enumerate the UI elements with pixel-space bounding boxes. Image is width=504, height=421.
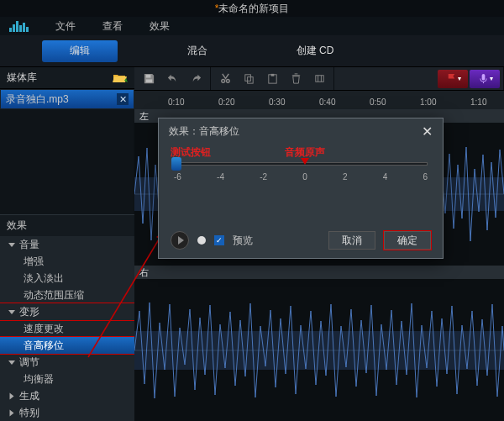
sidebar: 媒体库 录音独白.mp3 ✕ 效果 音量 增强 淡入淡出 动态范围压缩 变形 速…	[0, 67, 134, 421]
dialog-titlebar[interactable]: 效果：音高移位 ✕	[159, 118, 443, 144]
cancel-button[interactable]: 取消	[328, 231, 375, 250]
delete-button[interactable]	[285, 70, 307, 88]
svg-rect-11	[270, 74, 274, 76]
effect-cat-adjust[interactable]: 调节	[0, 354, 134, 371]
time-ruler[interactable]: 0:10 0:20 0:30 0:40 0:50 1:00 1:10	[134, 91, 504, 109]
tab-mix[interactable]: 混合	[160, 40, 235, 62]
media-item[interactable]: 录音独白.mp3 ✕	[1, 90, 134, 108]
record-button[interactable]: ▾	[470, 70, 500, 88]
preview-stop-button[interactable]	[197, 236, 206, 245]
project-title: *未命名的新项目	[215, 2, 290, 16]
redo-button[interactable]	[185, 70, 207, 88]
effect-item-speed[interactable]: 速度更改	[0, 320, 134, 337]
pitch-shift-dialog: 效果：音高移位 ✕ 测试按钮 音频原声 -6-4-20246 ✓ 预览 取消 确…	[158, 118, 444, 259]
effects-panel-title: 效果	[7, 218, 27, 233]
tab-cd[interactable]: 创建 CD	[277, 40, 353, 62]
ok-button[interactable]: 确定	[384, 231, 431, 250]
menubar: 文件 查看 效果	[0, 17, 504, 35]
effect-item-pitch[interactable]: 音高移位	[0, 337, 134, 354]
preview-label: 预览	[233, 234, 253, 248]
effects-tree: 音量 增强 淡入淡出 动态范围压缩 变形 速度更改 音高移位 调节 均衡器 生成…	[0, 236, 134, 421]
media-panel-title: 媒体库	[7, 71, 37, 85]
svg-rect-7	[145, 79, 152, 82]
cut-button[interactable]	[214, 70, 236, 88]
slider-ticks: -6-4-20246	[174, 172, 428, 182]
media-list-empty	[0, 109, 134, 214]
svg-rect-6	[145, 75, 150, 78]
close-icon[interactable]: ✕	[422, 124, 433, 139]
svg-rect-5	[26, 27, 29, 32]
marker-button[interactable]: ▾	[438, 70, 468, 88]
paste-button[interactable]	[261, 70, 283, 88]
slider-track[interactable]	[174, 162, 428, 166]
preview-play-button[interactable]	[171, 231, 189, 250]
media-panel-header: 媒体库	[0, 67, 134, 89]
effect-cat-generate[interactable]: 生成	[0, 387, 134, 404]
tab-edit[interactable]: 编辑	[42, 40, 118, 62]
menu-view[interactable]: 查看	[89, 19, 136, 34]
zero-marker-icon	[301, 158, 309, 165]
copy-button[interactable]	[238, 70, 260, 88]
svg-rect-3	[19, 25, 22, 32]
menu-file[interactable]: 文件	[42, 19, 89, 34]
svg-rect-0	[9, 28, 12, 32]
mode-tabs: 编辑 混合 创建 CD	[0, 35, 504, 67]
save-button[interactable]	[138, 70, 160, 88]
svg-rect-12	[315, 76, 323, 82]
effect-cat-special[interactable]: 特别	[0, 404, 134, 421]
channel-right-label: 右	[134, 266, 504, 279]
media-item-name: 录音独白.mp3	[6, 92, 69, 107]
effect-item-compress[interactable]: 动态范围压缩	[0, 287, 134, 303]
dialog-title: 效果：音高移位	[169, 124, 239, 139]
open-folder-icon[interactable]	[113, 72, 128, 84]
effect-item-fade[interactable]: 淡入淡出	[0, 270, 134, 287]
effect-cat-transform[interactable]: 变形	[0, 303, 134, 320]
preview-checkbox[interactable]: ✓	[214, 235, 224, 245]
svg-rect-13	[481, 74, 485, 81]
edit-toolbar: ▾ ▾	[134, 67, 504, 91]
titlebar: *未命名的新项目	[0, 0, 504, 17]
svg-rect-2	[16, 21, 18, 32]
svg-rect-1	[13, 24, 15, 32]
undo-button[interactable]	[161, 70, 183, 88]
effects-panel-header: 效果	[0, 214, 134, 236]
effect-item-eq[interactable]: 均衡器	[0, 371, 134, 387]
remove-media-icon[interactable]: ✕	[117, 93, 129, 105]
svg-rect-4	[23, 23, 25, 32]
slider-thumb[interactable]	[171, 157, 181, 171]
pitch-slider[interactable]: -6-4-20246	[159, 144, 443, 182]
effect-item-enhance[interactable]: 增强	[0, 253, 134, 270]
effect-cat-volume[interactable]: 音量	[0, 236, 134, 253]
waveform-right[interactable]	[134, 279, 504, 421]
app-logo-icon	[0, 17, 42, 35]
crop-button[interactable]	[308, 70, 330, 88]
menu-effect[interactable]: 效果	[136, 19, 183, 34]
